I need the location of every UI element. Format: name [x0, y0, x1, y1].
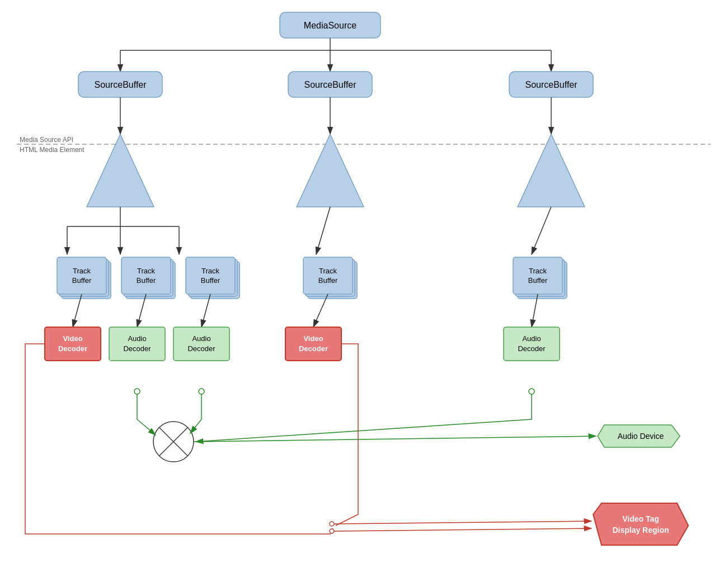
- videodecoder2-label: Video: [303, 334, 323, 343]
- audiodecoder2-node: [173, 327, 229, 361]
- triangle2: [297, 134, 364, 207]
- trackbuffer3-label: Track: [201, 267, 220, 275]
- trackbuffer3-label2: Buffer: [201, 276, 220, 285]
- trackbuffer2-label: Track: [137, 267, 156, 275]
- sourcebuffer2-label: SourceBuffer: [304, 80, 356, 89]
- videodecoder1-label2: Decoder: [58, 344, 87, 353]
- trackbuffer3-node: [186, 257, 235, 294]
- trackbuffer2-label2: Buffer: [137, 276, 156, 285]
- svg-line-20: [532, 207, 551, 254]
- trackbuffer5-label2: Buffer: [528, 276, 548, 285]
- trackbuffer4-label: Track: [319, 267, 337, 275]
- trackbuffer5-label: Track: [529, 267, 547, 275]
- videodecoder2-node: [285, 327, 341, 361]
- trackbuffer4-node: [303, 257, 353, 294]
- audiodecoder3-node: [504, 327, 560, 361]
- media-source-api-label: Media Source API: [20, 136, 73, 144]
- triangle3: [518, 134, 585, 207]
- audiodecoder2-label: Audio: [192, 334, 210, 343]
- trackbuffer1-label: Track: [73, 267, 91, 275]
- triangle1: [87, 134, 154, 207]
- sourcebuffer3-label: SourceBuffer: [525, 80, 577, 89]
- videodecoder1-label: Video: [63, 334, 82, 343]
- trackbuffer4-label2: Buffer: [318, 276, 338, 285]
- svg-line-23: [201, 294, 210, 327]
- audiodecoder2-label2: Decoder: [187, 344, 215, 353]
- mediasource-label: MediaSource: [304, 21, 356, 30]
- svg-line-22: [137, 294, 146, 327]
- svg-line-28: [194, 436, 596, 442]
- videodisplay-node: [593, 503, 688, 545]
- audiodecoder1-label: Audio: [128, 334, 146, 343]
- svg-line-21: [73, 294, 82, 327]
- svg-line-24: [313, 294, 328, 327]
- video2-circle-out: [330, 529, 334, 533]
- svg-line-19: [316, 207, 330, 254]
- videodisplay-label: Video Tag: [622, 514, 659, 523]
- audiodecoder1-label2: Decoder: [123, 344, 151, 353]
- videodecoder1-node: [45, 327, 101, 361]
- videodisplay-label2: Display Region: [612, 526, 669, 535]
- audiodecoder3-label: Audio: [522, 334, 541, 343]
- diagram-canvas: MediaSource SourceBuffer SourceBuffer So…: [0, 0, 728, 577]
- trackbuffer1-label2: Buffer: [72, 276, 92, 285]
- sourcebuffer1-label: SourceBuffer: [94, 80, 147, 89]
- trackbuffer2-node: [121, 257, 171, 294]
- trackbuffer1-node: [57, 257, 106, 294]
- audio3-circle: [529, 389, 534, 394]
- trackbuffer5-node: [513, 257, 562, 294]
- audio2-circle: [199, 389, 204, 394]
- video1-circle-out: [330, 522, 334, 526]
- audio1-circle: [134, 389, 140, 394]
- audiodecoder1-node: [109, 327, 165, 361]
- audiodecoder3-label2: Decoder: [518, 344, 546, 353]
- svg-line-30: [334, 528, 591, 531]
- svg-line-29: [334, 521, 591, 524]
- videodecoder2-label2: Decoder: [299, 344, 328, 353]
- audiodevice-label: Audio Device: [618, 432, 664, 441]
- svg-line-25: [532, 294, 538, 327]
- html-media-element-label: HTML Media Element: [20, 146, 84, 154]
